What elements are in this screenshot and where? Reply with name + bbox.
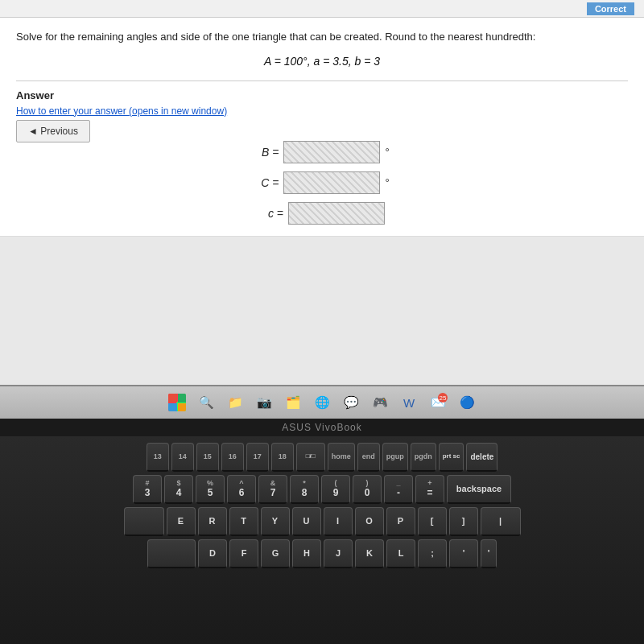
key-prtsc[interactable]: prt sc [439, 443, 464, 472]
key-y[interactable]: Y [261, 507, 290, 536]
degree-B: ° [385, 146, 389, 158]
key-t[interactable]: T [229, 507, 258, 536]
label-c: c = [259, 207, 283, 220]
key-o[interactable]: O [355, 507, 384, 536]
key-f2[interactable]: 14 [171, 443, 194, 472]
key-4[interactable]: $ 4 [164, 475, 193, 504]
key-g[interactable]: G [261, 539, 290, 568]
key-0[interactable]: ) 0 [353, 475, 382, 504]
key-delete[interactable]: delete [466, 443, 497, 472]
key-p[interactable]: P [386, 507, 415, 536]
asdf-row: D F G H J K L ; ' ' [8, 539, 636, 568]
asus-label: ASUS VivoBook [0, 419, 644, 436]
steam-icon[interactable]: 🎮 [369, 391, 391, 414]
key-backslash[interactable]: | [481, 507, 521, 536]
camera-icon[interactable]: 📷 [253, 391, 275, 414]
top-bar: Correct [0, 0, 644, 18]
key-f3[interactable]: 15 [196, 443, 219, 472]
degree-C: ° [385, 176, 389, 188]
correct-badge: Correct [587, 2, 634, 15]
key-f11[interactable]: pgdn [411, 443, 436, 472]
input-row-B: B = ° [254, 141, 389, 163]
key-f9[interactable]: end [357, 443, 380, 472]
how-to-link[interactable]: How to enter your answer (opens in new w… [16, 105, 227, 117]
previous-button[interactable]: ◄ Previous [16, 120, 90, 142]
key-r[interactable]: R [198, 507, 227, 536]
key-6[interactable]: ^ 6 [227, 475, 256, 504]
label-B: B = [254, 146, 279, 159]
screen: Correct Solve for the remaining angles a… [0, 0, 644, 394]
qwerty-row: E R T Y U I O P [ ] | [8, 507, 636, 536]
key-u[interactable]: U [292, 507, 321, 536]
folder-icon[interactable]: 🗂️ [282, 391, 304, 414]
answer-section: Answer How to enter your answer (opens i… [16, 80, 628, 225]
key-7[interactable]: & 7 [258, 475, 287, 504]
search-icon[interactable]: 🔍 [195, 391, 217, 414]
number-row: # 3 $ 4 % 5 ^ 6 & 7 * 8 ( 9 ) 0 [8, 475, 636, 504]
mail-icon[interactable]: ✉️ 25 [427, 391, 449, 414]
key-h[interactable]: H [292, 539, 321, 568]
key-5[interactable]: % 5 [196, 475, 225, 504]
input-c[interactable] [288, 202, 385, 225]
keyboard: 13 14 15 16 17 18 □/□ home end pgup pgdn… [0, 436, 644, 644]
label-C: C = [254, 176, 279, 189]
word-icon[interactable]: W [398, 391, 420, 414]
chrome-icon[interactable]: 🔵 [456, 391, 478, 414]
input-B[interactable] [283, 141, 380, 163]
key-i[interactable]: I [324, 507, 353, 536]
key-f1[interactable]: 13 [147, 443, 169, 472]
answer-label: Answer [16, 89, 628, 101]
key-comma-right[interactable]: ' [481, 539, 497, 568]
key-j[interactable]: J [324, 539, 353, 568]
key-tab[interactable] [124, 507, 164, 536]
key-f6[interactable]: 18 [271, 443, 294, 472]
file-explorer-icon[interactable]: 📁 [224, 391, 246, 414]
key-f[interactable]: F [229, 539, 258, 568]
key-semicolon[interactable]: ; [418, 539, 447, 568]
key-k[interactable]: K [355, 539, 384, 568]
fn-key-row: 13 14 15 16 17 18 □/□ home end pgup pgdn… [8, 443, 636, 472]
key-d[interactable]: D [198, 539, 227, 568]
key-minus[interactable]: _ - [384, 475, 413, 504]
key-f4[interactable]: 16 [221, 443, 244, 472]
windows-icon[interactable] [166, 391, 188, 414]
key-lbracket[interactable]: [ [418, 507, 447, 536]
key-e[interactable]: E [167, 507, 196, 536]
input-row-c: c = [259, 202, 385, 225]
edge-icon[interactable]: 🌐 [311, 391, 333, 414]
key-rbracket[interactable]: ] [449, 507, 478, 536]
input-C[interactable] [283, 171, 380, 194]
key-8[interactable]: * 8 [290, 475, 319, 504]
key-f5[interactable]: 17 [246, 443, 269, 472]
key-equals[interactable]: + = [415, 475, 444, 504]
input-row-C: C = ° [254, 171, 389, 194]
previous-button-area: ◄ Previous [16, 120, 90, 142]
formula-display: A = 100°, a = 3.5, b = 3 [16, 55, 628, 68]
message-icon[interactable]: 💬 [340, 391, 362, 414]
content-area: Solve for the remaining angles and side … [0, 18, 644, 237]
key-quote[interactable]: ' [449, 539, 478, 568]
key-f10[interactable]: pgup [382, 443, 408, 472]
key-l[interactable]: L [386, 539, 415, 568]
taskbar: 🔍 📁 📷 🗂️ 🌐 💬 🎮 W ✉️ 25 🔵 [0, 385, 644, 419]
question-instruction: Solve for the remaining angles and side … [16, 29, 628, 45]
key-9[interactable]: ( 9 [321, 475, 350, 504]
key-3[interactable]: # 3 [133, 475, 162, 504]
key-f7[interactable]: □/□ [296, 443, 325, 472]
key-f8[interactable]: home [328, 443, 355, 472]
key-backspace[interactable]: backspace [447, 475, 511, 504]
key-capslock[interactable] [147, 539, 196, 568]
inputs-area: B = ° C = ° c = [16, 141, 628, 225]
